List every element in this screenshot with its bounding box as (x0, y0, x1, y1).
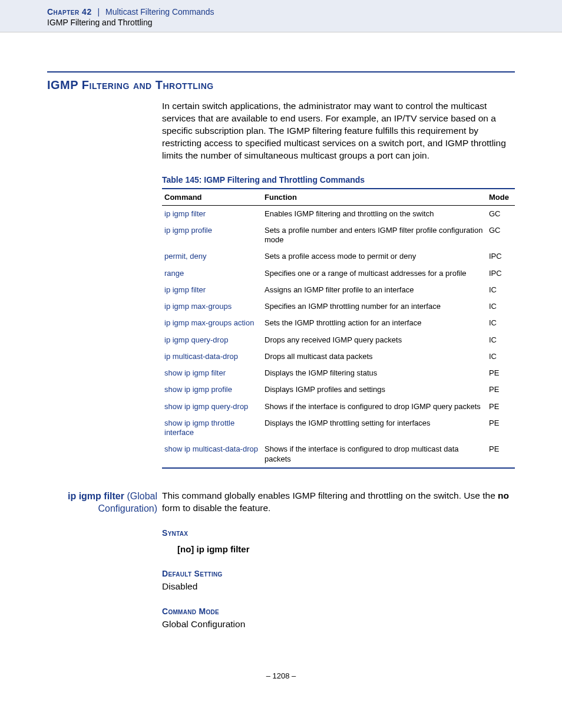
mode-cell: PE (487, 365, 515, 381)
function-cell: Specifies one or a range of multicast ad… (262, 265, 487, 282)
function-cell: Specifies an IGMP throttling number for … (262, 298, 487, 315)
command-entry: ip igmp filter (Global Configuration) Th… (47, 490, 515, 631)
table-row: ip igmp max-groupsSpecifies an IGMP thro… (162, 298, 515, 315)
default-setting-value: Disabled (162, 581, 515, 593)
table-row: ip multicast-data-dropDrops all multicas… (162, 348, 515, 365)
function-cell: Sets a profile access mode to permit or … (262, 248, 487, 265)
mode-cell: IC (487, 332, 515, 348)
default-setting-heading: Default Setting (162, 568, 515, 579)
mode-cell: IC (487, 348, 515, 365)
function-cell: Shows if the interface is configured to … (262, 441, 487, 468)
entry-label-bold: ip igmp filter (68, 491, 124, 501)
function-cell: Displays the IGMP filtering status (262, 365, 487, 381)
command-link[interactable]: show ip igmp profile (162, 381, 262, 398)
mode-cell: IPC (487, 248, 515, 265)
table-row: show ip multicast-data-dropShows if the … (162, 441, 515, 468)
mode-cell: PE (487, 398, 515, 415)
chapter-line: Chapter 42 | Multicast Filtering Command… (47, 7, 515, 17)
header-subsection: IGMP Filtering and Throttling (47, 18, 515, 27)
command-link[interactable]: ip igmp filter (162, 205, 262, 222)
table-row: show ip igmp profileDisplays IGMP profil… (162, 381, 515, 398)
function-cell: Displays the IGMP throttling setting for… (262, 415, 487, 442)
command-link[interactable]: ip igmp max-groups (162, 298, 262, 315)
command-link[interactable]: range (162, 265, 262, 282)
function-cell: Enables IGMP filtering and throttling on… (262, 205, 487, 222)
intro-paragraph: In certain switch applications, the admi… (162, 100, 515, 162)
page-number: – 1208 – (47, 671, 515, 680)
command-link[interactable]: show ip igmp filter (162, 365, 262, 381)
function-cell: Drops any received IGMP query packets (262, 332, 487, 348)
function-cell: Sets a profile number and enters IGMP fi… (262, 222, 487, 249)
col-header-command: Command (162, 189, 262, 206)
table-row: show ip igmp throttle interfaceDisplays … (162, 415, 515, 442)
command-link[interactable]: ip igmp filter (162, 282, 262, 298)
col-header-function: Function (262, 189, 487, 206)
function-cell: Sets the IGMP throttling action for an i… (262, 315, 487, 331)
mode-cell: IC (487, 282, 515, 298)
command-link[interactable]: permit, deny (162, 248, 262, 265)
syntax-heading: Syntax (162, 528, 515, 539)
command-link[interactable]: ip igmp max-groups action (162, 315, 262, 331)
entry-description: This command globally enables IGMP filte… (162, 490, 515, 515)
table-caption: Table 145: IGMP Filtering and Throttling… (162, 175, 515, 185)
table-row: show ip igmp query-dropShows if the inte… (162, 398, 515, 415)
function-cell: Displays IGMP profiles and settings (262, 381, 487, 398)
commands-table: Command Function Mode ip igmp filterEnab… (162, 188, 515, 469)
col-header-mode: Mode (487, 189, 515, 206)
section-top-rule (47, 71, 515, 73)
command-link[interactable]: show ip igmp throttle interface (162, 415, 262, 442)
command-link[interactable]: ip igmp profile (162, 222, 262, 249)
table-row: ip igmp profileSets a profile number and… (162, 222, 515, 249)
mode-cell: IC (487, 315, 515, 331)
table-row: ip igmp filterEnables IGMP filtering and… (162, 205, 515, 222)
mode-cell: PE (487, 415, 515, 442)
command-link[interactable]: ip multicast-data-drop (162, 348, 262, 365)
chapter-title: Multicast Filtering Commands (105, 7, 214, 17)
command-link[interactable]: show ip multicast-data-drop (162, 441, 262, 468)
table-row: permit, denySets a profile access mode t… (162, 248, 515, 265)
table-row: ip igmp filterAssigns an IGMP filter pro… (162, 282, 515, 298)
page-header: Chapter 42 | Multicast Filtering Command… (0, 0, 562, 32)
command-link[interactable]: ip igmp query-drop (162, 332, 262, 348)
command-mode-value: Global Configuration (162, 618, 515, 631)
command-mode-heading: Command Mode (162, 606, 515, 617)
section-title: IGMP Filtering and Throttling (47, 78, 515, 92)
function-cell: Drops all multicast data packets (262, 348, 487, 365)
syntax-line: [no] ip igmp filter (177, 543, 515, 555)
function-cell: Assigns an IGMP filter profile to an int… (262, 282, 487, 298)
mode-cell: IC (487, 298, 515, 315)
command-link[interactable]: show ip igmp query-drop (162, 398, 262, 415)
entry-label: ip igmp filter (Global Configuration) (47, 490, 162, 631)
table-row: show ip igmp filterDisplays the IGMP fil… (162, 365, 515, 381)
mode-cell: GC (487, 205, 515, 222)
table-row: rangeSpecifies one or a range of multica… (162, 265, 515, 282)
table-row: ip igmp query-dropDrops any received IGM… (162, 332, 515, 348)
mode-cell: IPC (487, 265, 515, 282)
table-row: ip igmp max-groups actionSets the IGMP t… (162, 315, 515, 331)
mode-cell: PE (487, 441, 515, 468)
mode-cell: PE (487, 381, 515, 398)
chapter-label: Chapter 42 (47, 7, 92, 17)
mode-cell: GC (487, 222, 515, 249)
function-cell: Shows if the interface is configured to … (262, 398, 487, 415)
separator: | (98, 7, 100, 17)
